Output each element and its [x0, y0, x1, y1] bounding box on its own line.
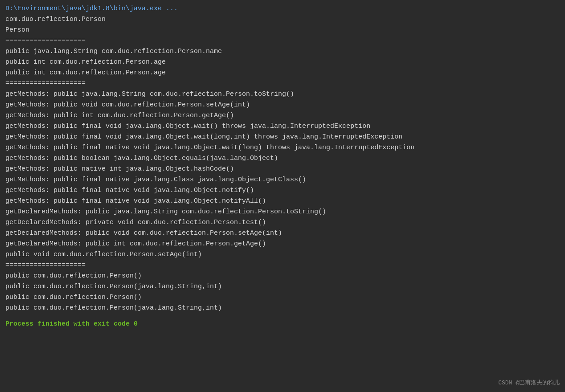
- terminal-line: getMethods: public final native void jav…: [5, 185, 560, 196]
- terminal-line: getDeclaredMethods: public void com.duo.…: [5, 228, 560, 239]
- terminal-line: com.duo.reflection.Person: [5, 14, 560, 25]
- terminal-line: getMethods: public java.lang.String com.…: [5, 89, 560, 100]
- terminal-line: ====================: [5, 36, 560, 46]
- terminal-window: D:\Environment\java\jdk1.8\bin\java.exe …: [0, 0, 565, 392]
- terminal-line: ====================: [5, 78, 560, 89]
- terminal-line: public java.lang.String com.duo.reflecti…: [5, 46, 560, 57]
- terminal-line: getMethods: public int com.duo.reflectio…: [5, 110, 560, 121]
- terminal-output: D:\Environment\java\jdk1.8\bin\java.exe …: [5, 4, 560, 379]
- terminal-line: getMethods: public native int java.lang.…: [5, 164, 560, 175]
- terminal-line: getDeclaredMethods: private void com.duo…: [5, 217, 560, 228]
- terminal-line: getMethods: public boolean java.lang.Obj…: [5, 153, 560, 164]
- terminal-line: public com.duo.reflection.Person(): [5, 292, 560, 303]
- footer: CSDN @巴甫洛夫的狗儿: [5, 379, 560, 388]
- terminal-line: getMethods: public final void java.lang.…: [5, 121, 560, 132]
- terminal-line: Person: [5, 25, 560, 36]
- terminal-line: public com.duo.reflection.Person(): [5, 271, 560, 282]
- terminal-line: getDeclaredMethods: public java.lang.Str…: [5, 207, 560, 217]
- terminal-line: public com.duo.reflection.Person(java.la…: [5, 282, 560, 292]
- terminal-line: public int com.duo.reflection.Person.age: [5, 68, 560, 78]
- terminal-line: public void com.duo.reflection.Person.se…: [5, 249, 560, 260]
- watermark-text: CSDN @巴甫洛夫的狗儿: [498, 379, 560, 387]
- process-finished-line: Process finished with exit code 0: [5, 319, 560, 330]
- terminal-line: getMethods: public final native java.lan…: [5, 175, 560, 185]
- terminal-line: getMethods: public final native void jav…: [5, 196, 560, 207]
- terminal-line: D:\Environment\java\jdk1.8\bin\java.exe …: [5, 4, 560, 14]
- terminal-line: getDeclaredMethods: public int com.duo.r…: [5, 239, 560, 249]
- terminal-line: getMethods: public final native void jav…: [5, 143, 560, 153]
- terminal-line: getMethods: public void com.duo.reflecti…: [5, 100, 560, 110]
- terminal-line: getMethods: public final void java.lang.…: [5, 132, 560, 143]
- terminal-line: public com.duo.reflection.Person(java.la…: [5, 303, 560, 314]
- terminal-line: public int com.duo.reflection.Person.age: [5, 57, 560, 68]
- terminal-line: ====================: [5, 260, 560, 271]
